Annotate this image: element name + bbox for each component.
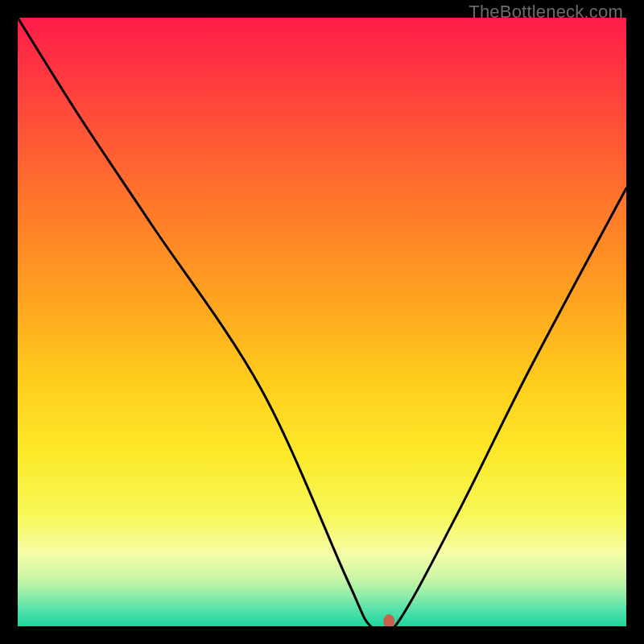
watermark-text: TheBottleneck.com (469, 2, 623, 23)
bottleneck-chart (18, 18, 626, 626)
chart-background (18, 18, 626, 626)
chart-frame (0, 0, 644, 644)
